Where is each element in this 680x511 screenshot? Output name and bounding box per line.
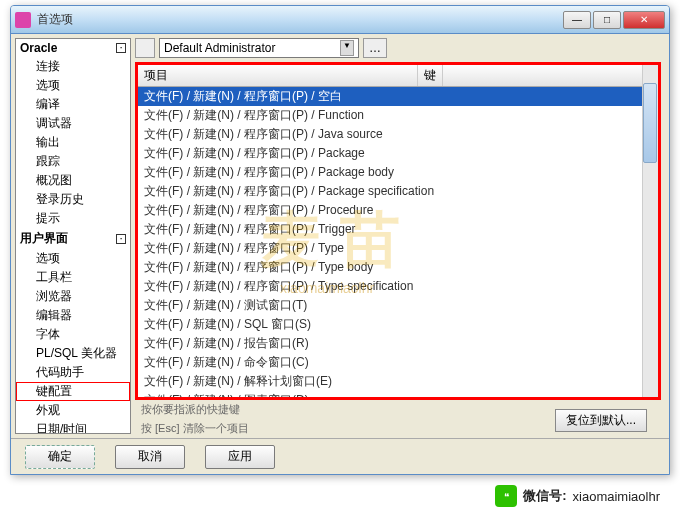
table-row[interactable]: 文件(F) / 新建(N) / 程序窗口(P) / Package specif…: [138, 182, 658, 201]
sidebar-item[interactable]: 选项: [16, 76, 130, 95]
table-row[interactable]: 文件(F) / 新建(N) / 程序窗口(P) / Procedure: [138, 201, 658, 220]
app-icon: [15, 12, 31, 28]
attribution-value: xiaomaimiaolhr: [573, 489, 660, 504]
table-row[interactable]: 文件(F) / 新建(N) / 图表窗口(D): [138, 391, 658, 397]
sidebar-section[interactable]: 用户界面·: [16, 228, 130, 249]
table-row[interactable]: 文件(F) / 新建(N) / 程序窗口(P) / Function: [138, 106, 658, 125]
table-row[interactable]: 文件(F) / 新建(N) / 测试窗口(T): [138, 296, 658, 315]
table-header: 项目 键: [138, 65, 658, 87]
table-row[interactable]: 文件(F) / 新建(N) / 解释计划窗口(E): [138, 372, 658, 391]
table-body[interactable]: 文件(F) / 新建(N) / 程序窗口(P) / 空白文件(F) / 新建(N…: [138, 87, 658, 397]
table-row[interactable]: 文件(F) / 新建(N) / 报告窗口(R): [138, 334, 658, 353]
table-row[interactable]: 文件(F) / 新建(N) / 程序窗口(P) / Type: [138, 239, 658, 258]
table-row[interactable]: 文件(F) / 新建(N) / 程序窗口(P) / Java source: [138, 125, 658, 144]
sidebar-item[interactable]: PL/SQL 美化器: [16, 344, 130, 363]
preferences-window: 首选项 — □ ✕ Oracle·连接选项编译调试器输出跟踪概况图登录历史提示用…: [10, 5, 670, 475]
maximize-button[interactable]: □: [593, 11, 621, 29]
toolbar: Default Administrator ▼ …: [135, 38, 661, 58]
sidebar-item[interactable]: 输出: [16, 133, 130, 152]
sidebar-section[interactable]: Oracle·: [16, 39, 130, 57]
sidebar-item[interactable]: 跟踪: [16, 152, 130, 171]
sidebar-item[interactable]: 日期/时间: [16, 420, 130, 434]
scroll-thumb[interactable]: [643, 83, 657, 163]
sidebar-item[interactable]: 编辑器: [16, 306, 130, 325]
table-row[interactable]: 文件(F) / 新建(N) / 命令窗口(C): [138, 353, 658, 372]
sidebar-item[interactable]: 调试器: [16, 114, 130, 133]
sidebar-item[interactable]: 外观: [16, 401, 130, 420]
profile-icon[interactable]: [135, 38, 155, 58]
close-button[interactable]: ✕: [623, 11, 665, 29]
table-row[interactable]: 文件(F) / 新建(N) / 程序窗口(P) / Trigger: [138, 220, 658, 239]
table-row[interactable]: 文件(F) / 新建(N) / 程序窗口(P) / 空白: [138, 87, 658, 106]
chevron-down-icon[interactable]: ▼: [340, 40, 354, 56]
cancel-button[interactable]: 取消: [115, 445, 185, 469]
table-row[interactable]: 文件(F) / 新建(N) / SQL 窗口(S): [138, 315, 658, 334]
table-row[interactable]: 文件(F) / 新建(N) / 程序窗口(P) / Type specifica…: [138, 277, 658, 296]
category-tree[interactable]: Oracle·连接选项编译调试器输出跟踪概况图登录历史提示用户界面·选项工具栏浏…: [15, 38, 131, 434]
key-bindings-panel: 项目 键 文件(F) / 新建(N) / 程序窗口(P) / 空白文件(F) /…: [135, 62, 661, 400]
table-row[interactable]: 文件(F) / 新建(N) / 程序窗口(P) / Package body: [138, 163, 658, 182]
scrollbar[interactable]: [642, 65, 658, 397]
header-item[interactable]: 项目: [138, 65, 418, 86]
collapse-icon[interactable]: ·: [116, 234, 126, 244]
sidebar-item[interactable]: 登录历史: [16, 190, 130, 209]
header-key[interactable]: 键: [418, 65, 443, 86]
sidebar-item[interactable]: 提示: [16, 209, 130, 228]
more-button[interactable]: …: [363, 38, 387, 58]
collapse-icon[interactable]: ·: [116, 43, 126, 53]
sidebar-item[interactable]: 键配置: [16, 382, 130, 401]
reset-defaults-button[interactable]: 复位到默认...: [555, 409, 647, 432]
sidebar-item[interactable]: 编译: [16, 95, 130, 114]
ok-button[interactable]: 确定: [25, 445, 95, 469]
attribution: ❝ 微信号: xiaomaimiaolhr: [495, 485, 660, 507]
dialog-footer: 确定 取消 应用: [11, 438, 669, 474]
attribution-label: 微信号:: [523, 487, 566, 505]
profile-combo[interactable]: Default Administrator ▼: [159, 38, 359, 58]
sidebar-item[interactable]: 字体: [16, 325, 130, 344]
combo-value: Default Administrator: [164, 41, 275, 55]
table-row[interactable]: 文件(F) / 新建(N) / 程序窗口(P) / Type body: [138, 258, 658, 277]
wechat-icon: ❝: [495, 485, 517, 507]
sidebar-item[interactable]: 概况图: [16, 171, 130, 190]
sidebar-item[interactable]: 代码助手: [16, 363, 130, 382]
sidebar-item[interactable]: 连接: [16, 57, 130, 76]
titlebar[interactable]: 首选项 — □ ✕: [11, 6, 669, 34]
window-title: 首选项: [37, 11, 563, 28]
table-row[interactable]: 文件(F) / 新建(N) / 程序窗口(P) / Package: [138, 144, 658, 163]
apply-button[interactable]: 应用: [205, 445, 275, 469]
sidebar-item[interactable]: 选项: [16, 249, 130, 268]
sidebar-item[interactable]: 浏览器: [16, 287, 130, 306]
sidebar-item[interactable]: 工具栏: [16, 268, 130, 287]
minimize-button[interactable]: —: [563, 11, 591, 29]
